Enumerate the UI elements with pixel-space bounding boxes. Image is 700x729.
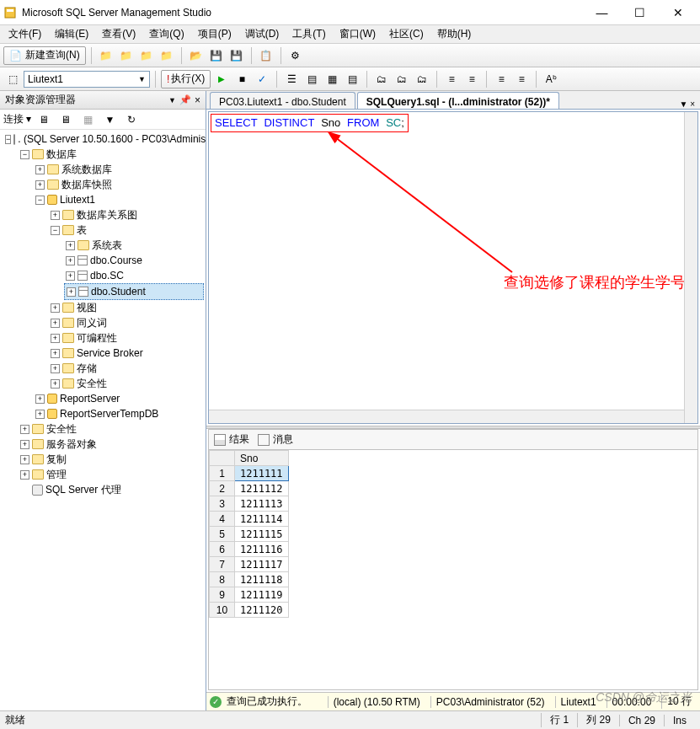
menu-help[interactable]: 帮助(H) [432,25,477,43]
table-row[interactable]: 71211117 [210,557,289,572]
table-row[interactable]: 81211118 [210,572,289,587]
dropdown-icon[interactable]: ▼ [168,96,176,105]
cell-value[interactable]: 1211112 [235,481,289,496]
open-button[interactable]: 📂 [187,46,206,65]
table-row[interactable]: 51211115 [210,527,289,542]
tree-sysdb[interactable]: +系统数据库 [34,162,204,177]
tree-agent[interactable]: SQL Server 代理 [19,482,204,497]
tree-replication[interactable]: +复制 [19,452,204,467]
minimize-button[interactable]: — [583,1,621,24]
expand-icon[interactable]: + [20,470,29,480]
indent-out-button[interactable]: ≡ [442,70,461,88]
tree-storage[interactable]: +存储 [49,361,204,376]
stop-button[interactable]: ■ [232,70,251,88]
table-row[interactable]: 41211114 [210,512,289,527]
editor-scrollbar-h[interactable] [209,410,684,423]
collapse-icon[interactable]: − [51,226,60,235]
close-button[interactable]: ✕ [659,1,697,24]
comment-button[interactable]: ≡ [492,70,510,88]
tree-security-db[interactable]: +安全性 [49,376,204,391]
maximize-button[interactable]: ☐ [621,1,659,24]
results-grid[interactable]: Sno 112111112121111231211113412111145121… [209,450,697,689]
collapse-icon[interactable]: − [35,196,45,205]
tree-server-objects[interactable]: +服务器对象 [19,437,204,452]
messages-tab[interactable]: 消息 [258,432,293,447]
tree-snapshots[interactable]: +数据库快照 [34,177,204,192]
cell-value[interactable]: 1211111 [235,466,289,481]
cell-value[interactable]: 1211114 [235,512,289,527]
table-row[interactable]: 31211113 [210,496,289,512]
toolbar-button[interactable]: 📁 [117,46,136,65]
expand-icon[interactable]: + [51,364,60,373]
tree-diagrams[interactable]: +数据库关系图 [49,207,204,222]
uncomment-button[interactable]: ≡ [512,70,531,88]
tree-views[interactable]: +视图 [49,300,204,315]
toolbar-button[interactable]: Aᵇ [542,70,560,88]
results-tab[interactable]: 结果 [214,432,249,447]
menu-query[interactable]: 查询(Q) [144,25,189,43]
tree-server-node[interactable]: −. (SQL Server 10.50.1600 - PC03\Adminis… [3,131,204,147]
connect-label[interactable]: 连接 ▾ [3,112,31,126]
expand-icon[interactable]: + [51,349,60,358]
toolbar-button[interactable]: ▤ [302,70,321,88]
tree-management[interactable]: +管理 [19,467,204,482]
toolbar-button[interactable]: ▦ [323,70,341,88]
toolbar-button[interactable]: 📁 [137,46,156,65]
toolbar-button[interactable]: 📁 [158,46,176,65]
save-button[interactable]: 💾 [207,46,226,65]
parse-button[interactable]: ✓ [253,70,271,88]
activity-button[interactable]: ⚙ [286,46,305,65]
col-header[interactable]: Sno [235,451,289,466]
editor-scrollbar-v[interactable] [684,112,697,423]
tree-reportservertemp[interactable]: +ReportServerTempDB [34,406,204,421]
table-row[interactable]: 101211120 [210,603,289,618]
menu-community[interactable]: 社区(C) [384,25,429,43]
cell-value[interactable]: 1211117 [235,557,289,572]
close-panel-button[interactable]: × [195,94,200,106]
menu-tools[interactable]: 工具(T) [287,25,330,43]
cell-value[interactable]: 1211115 [235,527,289,542]
expand-icon[interactable]: + [20,455,29,464]
table-row[interactable]: 21211112 [210,481,289,496]
expand-icon[interactable]: + [20,440,29,449]
pin-icon[interactable]: 📌 [179,94,191,105]
tree-db-liutext1[interactable]: −Liutext1 [34,192,204,207]
expand-icon[interactable]: + [51,319,60,328]
expand-icon[interactable]: + [51,379,60,389]
toolbar-button[interactable]: ▦ [78,110,97,129]
tab-sqlquery[interactable]: SQLQuery1.sql - (l...dministrator (52))* [357,92,559,109]
database-combo[interactable]: Liutext1 ▼ [24,71,150,88]
tree-table-student[interactable]: +dbo.Student [64,283,204,300]
tree-service-broker[interactable]: +Service Broker [49,346,204,361]
cell-value[interactable]: 1211113 [235,496,289,512]
expand-icon[interactable]: + [35,180,45,190]
tree-table-course[interactable]: +dbo.Course [64,253,204,268]
tree-table-sc[interactable]: +dbo.SC [64,268,204,283]
tree-security[interactable]: +安全性 [19,421,204,437]
expand-icon[interactable]: + [35,394,45,404]
tree-programmability[interactable]: +可编程性 [49,330,204,346]
menu-window[interactable]: 窗口(W) [334,25,381,43]
cell-value[interactable]: 1211118 [235,572,289,587]
cell-value[interactable]: 1211116 [235,542,289,557]
toolbar-button[interactable]: 🗂 [393,70,411,88]
toolbar-button[interactable]: 🖥 [35,110,53,129]
expand-icon[interactable]: + [51,334,60,343]
filter-button[interactable]: ▼ [100,110,119,129]
toolbar-button[interactable]: 🗂 [413,70,431,88]
tree-systables[interactable]: +系统表 [64,238,204,253]
toolbar-button[interactable]: 📁 [97,46,115,65]
sql-editor[interactable]: SELECT DISTINCT Sno FROM SC; 查询选修了课程的学生学… [208,111,698,424]
tab-dropdown[interactable]: ▼ × [674,99,700,109]
expand-icon[interactable]: + [66,256,75,265]
expand-icon[interactable]: + [67,287,76,297]
table-row[interactable]: 61211116 [210,542,289,557]
expand-icon[interactable]: + [20,425,29,434]
refresh-button[interactable]: ↻ [122,110,141,129]
table-row[interactable]: 11211111 [210,466,289,481]
menu-debug[interactable]: 调试(D) [240,25,285,43]
collapse-icon[interactable]: − [20,150,29,159]
toolbar-button[interactable]: 📋 [257,46,275,65]
menu-view[interactable]: 查看(V) [97,25,141,43]
tree-databases[interactable]: −数据库 [19,147,204,162]
